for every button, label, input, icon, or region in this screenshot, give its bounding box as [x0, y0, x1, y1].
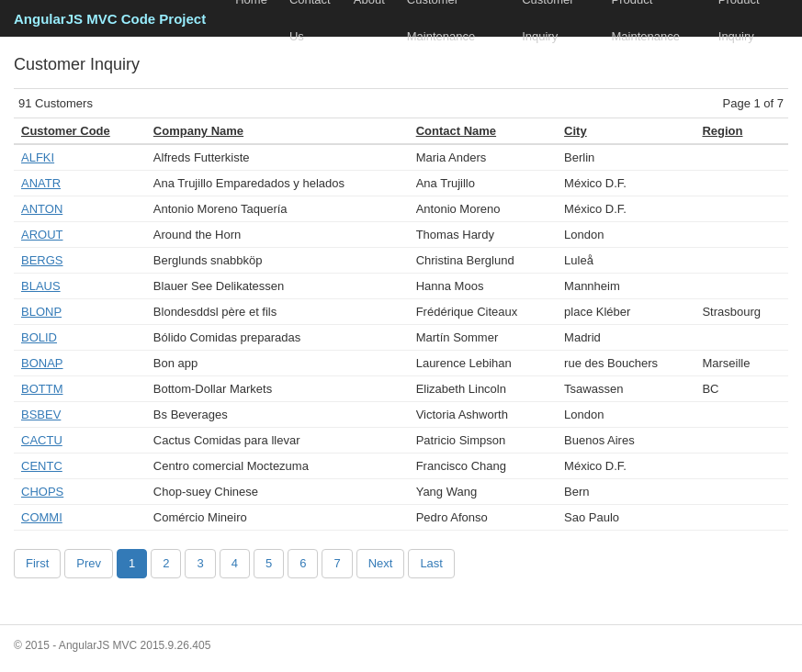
pagination-page-1[interactable]: 1: [117, 549, 147, 578]
table-row: COMMIComércio MineiroPedro AfonsoSao Pau…: [14, 505, 788, 531]
table-row: BSBEVBs BeveragesVictoria AshworthLondon: [14, 402, 788, 428]
pagination-next[interactable]: Next: [356, 549, 405, 578]
pagination-page-7[interactable]: 7: [322, 549, 352, 578]
cell-code: ANATR: [14, 171, 146, 196]
cell-contact: Patricio Simpson: [409, 428, 557, 454]
column-header-label[interactable]: Company Name: [153, 124, 243, 138]
nav-link[interactable]: Product Inquiry: [707, 0, 788, 55]
cell-city: Madrid: [557, 325, 695, 351]
table-row: BOLIDBólido Comidas preparadasMartín Som…: [14, 325, 788, 351]
cell-company: Berglunds snabbköp: [146, 248, 409, 274]
cell-region: [695, 222, 788, 248]
customer-code-link[interactable]: ANATR: [21, 176, 61, 190]
nav-link[interactable]: Customer Inquiry: [511, 0, 600, 55]
cell-code: AROUT: [14, 222, 146, 248]
cell-city: London: [557, 222, 695, 248]
customer-code-link[interactable]: BERGS: [21, 253, 63, 267]
pagination-prev[interactable]: Prev: [64, 549, 113, 578]
table-row: BLAUSBlauer See DelikatessenHanna MoosMa…: [14, 274, 788, 299]
cell-city: rue des Bouchers: [557, 351, 695, 376]
cell-code: BOTTM: [14, 376, 146, 402]
cell-company: Bottom-Dollar Markets: [146, 376, 409, 402]
cell-company: Blondesddsl père et fils: [146, 299, 409, 325]
pagination: FirstPrev1234567NextLast: [14, 549, 788, 578]
cell-contact: Laurence Lebihan: [409, 351, 557, 376]
table-row: ANTONAntonio Moreno TaqueríaAntonio More…: [14, 196, 788, 222]
table-body: ALFKIAlfreds FutterkisteMaria AndersBerl…: [14, 144, 788, 531]
cell-city: place Kléber: [557, 299, 695, 325]
cell-company: Blauer See Delikatessen: [146, 274, 409, 299]
column-header: Company Name: [146, 118, 409, 144]
customer-code-link[interactable]: CACTU: [21, 433, 62, 447]
cell-code: CENTC: [14, 454, 146, 479]
cell-city: Buenos Aires: [557, 428, 695, 454]
nav-item: Home: [224, 0, 278, 55]
cell-region: [695, 402, 788, 428]
cell-region: [695, 274, 788, 299]
pagination-first[interactable]: First: [14, 549, 61, 578]
customer-table: Customer CodeCompany NameContact NameCit…: [14, 118, 788, 531]
nav-item: Contact Us: [278, 0, 343, 55]
cell-region: Strasbourg: [695, 299, 788, 325]
customer-code-link[interactable]: CHOPS: [21, 485, 63, 498]
column-header-label[interactable]: Contact Name: [416, 124, 496, 138]
customer-code-link[interactable]: ALFKI: [21, 151, 54, 164]
customer-code-link[interactable]: BLAUS: [21, 279, 61, 293]
table-row: BERGSBerglunds snabbköpChristina Berglun…: [14, 248, 788, 274]
table-row: CHOPSChop-suey ChineseYang WangBern: [14, 479, 788, 505]
cell-city: Luleå: [557, 248, 695, 274]
navbar: AngularJS MVC Code Project HomeContact U…: [0, 0, 802, 37]
nav-link[interactable]: About: [343, 0, 396, 18]
footer: © 2015 - AngularJS MVC 2015.9.26.405: [0, 624, 802, 666]
cell-code: CACTU: [14, 428, 146, 454]
customer-code-link[interactable]: BSBEV: [21, 408, 61, 421]
nav-link[interactable]: Contact Us: [278, 0, 343, 55]
pagination-page-3[interactable]: 3: [185, 549, 215, 578]
brand-logo[interactable]: AngularJS MVC Code Project: [14, 11, 206, 27]
table-row: BONAPBon appLaurence Lebihanrue des Bouc…: [14, 351, 788, 376]
table-row: AROUTAround the HornThomas HardyLondon: [14, 222, 788, 248]
customer-code-link[interactable]: BOTTM: [21, 382, 63, 396]
column-header-label[interactable]: Region: [702, 124, 742, 138]
cell-contact: Frédérique Citeaux: [409, 299, 557, 325]
table-row: ANATRAna Trujillo Emparedados y heladosA…: [14, 171, 788, 196]
pagination-last[interactable]: Last: [408, 549, 455, 578]
cell-city: México D.F.: [557, 171, 695, 196]
customer-count: 91 Customers: [18, 96, 93, 110]
customer-code-link[interactable]: AROUT: [21, 228, 63, 241]
cell-company: Antonio Moreno Taquería: [146, 196, 409, 222]
column-header: Customer Code: [14, 118, 146, 144]
nav-item: Customer Maintenance: [396, 0, 511, 55]
customer-code-link[interactable]: BOLID: [21, 330, 57, 344]
cell-company: Around the Horn: [146, 222, 409, 248]
customer-code-link[interactable]: ANTON: [21, 202, 62, 216]
cell-region: [695, 479, 788, 505]
pagination-page-5[interactable]: 5: [254, 549, 284, 578]
cell-city: México D.F.: [557, 454, 695, 479]
cell-contact: Antonio Moreno: [409, 196, 557, 222]
column-header-label[interactable]: City: [564, 124, 587, 138]
cell-company: Ana Trujillo Emparedados y helados: [146, 171, 409, 196]
cell-company: Bon app: [146, 351, 409, 376]
pagination-page-4[interactable]: 4: [220, 549, 250, 578]
pagination-page-6[interactable]: 6: [288, 549, 318, 578]
cell-city: Bern: [557, 479, 695, 505]
cell-contact: Pedro Afonso: [409, 505, 557, 531]
nav-link[interactable]: Home: [224, 0, 278, 18]
customer-code-link[interactable]: BONAP: [21, 356, 63, 370]
customer-code-link[interactable]: COMMI: [21, 510, 62, 524]
cell-region: Marseille: [695, 351, 788, 376]
column-header-label[interactable]: Customer Code: [21, 124, 110, 138]
cell-code: BSBEV: [14, 402, 146, 428]
info-bar: 91 Customers Page 1 of 7: [14, 88, 788, 118]
customer-code-link[interactable]: CENTC: [21, 459, 62, 473]
nav-link[interactable]: Customer Maintenance: [396, 0, 511, 55]
customer-code-link[interactable]: BLONP: [21, 305, 62, 319]
column-header: Region: [695, 118, 788, 144]
cell-region: [695, 248, 788, 274]
cell-city: London: [557, 402, 695, 428]
pagination-page-2[interactable]: 2: [151, 549, 181, 578]
cell-company: Cactus Comidas para llevar: [146, 428, 409, 454]
nav-link[interactable]: Product Maintenance: [601, 0, 707, 55]
cell-city: Sao Paulo: [557, 505, 695, 531]
